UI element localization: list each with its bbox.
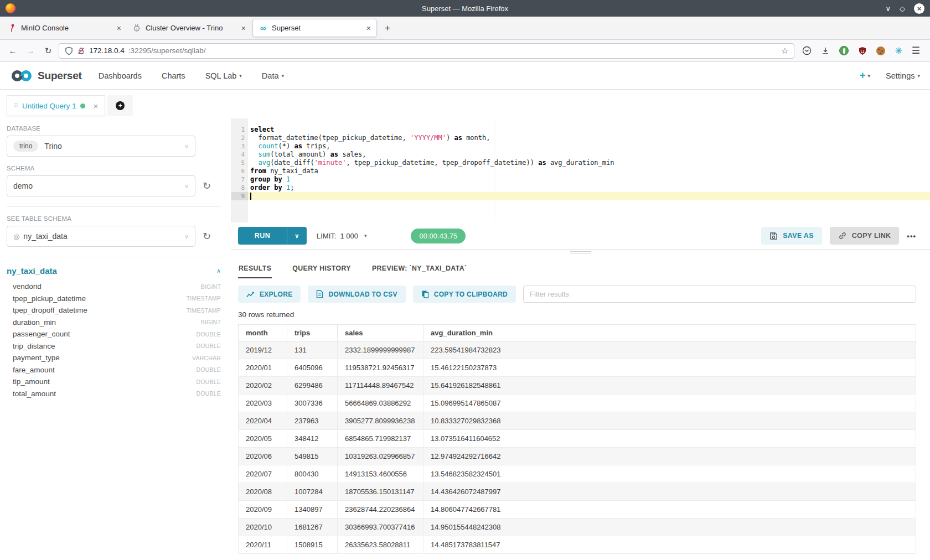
url-bar[interactable]: 172.18.0.4:32295/superset/sqllab/ ☆ — [59, 43, 794, 59]
menu-icon[interactable]: ☰ — [912, 45, 920, 56]
superset-brand[interactable]: Superset — [10, 70, 82, 82]
schema-column-row: vendorid BIGINT — [7, 281, 221, 293]
forward-icon[interactable]: → — [23, 46, 38, 55]
database-select[interactable]: trino Trino ∨ — [7, 136, 195, 157]
query-tab-title: Untitled Query 1 — [22, 102, 76, 110]
browser-tab-minio[interactable]: MinIO Console × — [2, 17, 127, 39]
limit-dropdown[interactable]: LIMIT: 1 000 ▾ — [317, 232, 366, 240]
table-cell: 131 — [287, 341, 338, 359]
explore-button[interactable]: EXPLORE — [238, 286, 301, 303]
column-header[interactable]: avg_duration_min — [423, 325, 916, 341]
editor-gutter: 123456789 — [231, 118, 248, 222]
code-line: select — [248, 126, 930, 134]
window-titlebar: Superset — Mozilla Firefox ∨ ◇ × — [0, 0, 930, 17]
table-cell: 6405096 — [287, 359, 338, 377]
query-status-dot — [80, 103, 85, 108]
close-tab-icon[interactable]: × — [241, 24, 246, 33]
gutter-line-number: 2 — [231, 134, 248, 142]
save-as-button[interactable]: SAVE AS — [761, 227, 822, 245]
insecure-lock-icon[interactable] — [77, 46, 85, 55]
gutter-line-number: 9 — [231, 192, 248, 200]
column-name: total_amount — [13, 390, 56, 398]
tab-query-history[interactable]: QUERY HISTORY — [292, 256, 352, 278]
filter-results-input[interactable] — [523, 286, 916, 303]
copy-link-button[interactable]: COPY LINK — [830, 227, 900, 245]
browser-tab-superset[interactable]: ∞ Superset × — [252, 19, 377, 37]
table-row: 2020/10168126730366993.70037741614.95015… — [239, 518, 916, 536]
close-query-tab-icon[interactable]: × — [94, 101, 99, 111]
query-tab[interactable]: ⠿ Untitled Query 1 × — [7, 95, 105, 116]
schema-value: demo — [13, 182, 33, 190]
new-item-button[interactable]: +▾ — [860, 70, 870, 81]
sql-editor[interactable]: 123456789 select format_datetime(tpep_pi… — [231, 118, 930, 222]
table-cell: 2020/02 — [239, 377, 287, 395]
bookmark-star-icon[interactable]: ☆ — [781, 46, 788, 56]
column-type: TIMESTAMP — [187, 295, 221, 302]
tab-title: MinIO Console — [21, 24, 69, 32]
close-window-icon[interactable]: × — [914, 3, 924, 14]
table-cell: 23628744.220236864 — [338, 501, 423, 518]
nav-dashboards[interactable]: Dashboards — [99, 71, 142, 80]
schema-select[interactable]: demo ∨ — [7, 175, 195, 196]
superset-logo-icon — [10, 70, 33, 82]
results-pane: RESULTS QUERY HISTORY PREVIEW: `NY_TAXI_… — [231, 256, 930, 560]
ublock-icon[interactable] — [858, 46, 867, 55]
table-name-link[interactable]: ny_taxi_data — [7, 266, 57, 276]
table-cell: 348412 — [287, 430, 338, 448]
code-line — [248, 192, 930, 200]
table-cell: 2020/05 — [239, 430, 287, 448]
code-line: from ny_taxi_data — [248, 167, 930, 175]
add-query-tab-button[interactable]: + — [107, 95, 133, 116]
browser-toolbar: ← → ↻ 172.18.0.4:32295/superset/sqllab/ … — [0, 40, 930, 62]
schema-columns: vendorid BIGINT tpep_pickup_datetime TIM… — [7, 281, 221, 400]
table-row: 2020/11150891526335623.5802881114.485173… — [239, 536, 916, 554]
tab-preview-table[interactable]: PREVIEW: `NY_TAXI_DATA` — [371, 256, 468, 278]
column-name: trip_distance — [13, 342, 55, 350]
tab-results[interactable]: RESULTS — [238, 256, 272, 278]
nav-charts[interactable]: Charts — [162, 71, 185, 80]
reload-icon[interactable]: ↻ — [41, 46, 55, 56]
maximize-icon[interactable]: ◇ — [900, 5, 905, 12]
settings-menu[interactable]: Settings▾ — [886, 71, 920, 80]
cookie-extension-icon[interactable] — [876, 46, 885, 55]
column-name: tpep_pickup_datetime — [13, 294, 86, 303]
downloads-icon[interactable] — [821, 46, 830, 55]
caret-down-icon: ▾ — [364, 233, 367, 238]
rows-returned-text: 30 rows returned — [238, 310, 916, 319]
new-tab-button[interactable]: + — [378, 17, 397, 39]
code-line: order by 1; — [248, 184, 930, 192]
chevron-up-icon[interactable]: ∧ — [216, 267, 221, 274]
nav-sql-lab[interactable]: SQL Lab▾ — [205, 71, 242, 80]
run-options-caret[interactable]: ∨ — [287, 227, 307, 245]
back-icon[interactable]: ← — [6, 46, 20, 55]
refresh-schemas-icon[interactable]: ↻ — [203, 181, 211, 191]
download-csv-button[interactable]: DOWNLOAD TO CSV — [308, 286, 405, 303]
shield-icon[interactable] — [65, 46, 73, 55]
close-tab-icon[interactable]: × — [117, 24, 121, 33]
results-table: month trips sales avg_duration_min 2019/… — [238, 324, 916, 554]
minimize-icon[interactable]: ∨ — [885, 5, 891, 12]
column-header[interactable]: sales — [338, 325, 423, 341]
table-select[interactable]: ◎ ny_taxi_data ∨ — [7, 226, 195, 247]
extension-asterisk-icon[interactable]: ✳ — [895, 45, 902, 56]
refresh-tables-icon[interactable]: ↻ — [203, 231, 211, 241]
table-cell: 15.46122150237873 — [423, 359, 916, 377]
column-header[interactable]: trips — [287, 325, 338, 341]
column-header[interactable]: month — [239, 325, 287, 341]
close-tab-icon[interactable]: × — [366, 24, 371, 33]
text-cursor — [250, 193, 251, 200]
run-button[interactable]: RUN ∨ — [238, 227, 307, 245]
table-cell: 10319263.029966857 — [338, 448, 423, 465]
url-host: 172.18.0.4 — [89, 46, 125, 55]
table-cell: 12.974924292716642 — [423, 448, 916, 465]
nav-data[interactable]: Data▾ — [262, 71, 284, 80]
pocket-icon[interactable] — [802, 46, 812, 55]
save-icon — [769, 232, 778, 240]
copy-clipboard-button[interactable]: COPY TO CLIPBOARD — [413, 286, 516, 303]
pane-drag-handle[interactable] — [570, 251, 591, 253]
table-cell: 1508915 — [287, 536, 338, 554]
privacy-extension-icon[interactable] — [839, 46, 849, 55]
browser-tab-trino[interactable]: Cluster Overview - Trino × — [127, 17, 251, 39]
more-actions-icon[interactable]: ••• — [907, 232, 916, 240]
table-cell: 14.806047742667781 — [423, 501, 916, 518]
